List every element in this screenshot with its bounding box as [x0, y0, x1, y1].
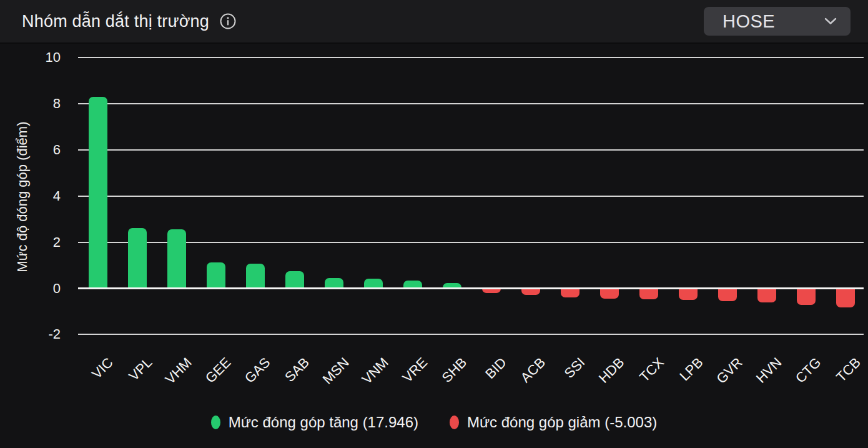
x-tick-label-SAB: SAB	[282, 355, 312, 385]
x-tick-label-LPB: LPB	[677, 355, 706, 384]
y-tick-label: 0	[0, 281, 61, 297]
x-axis-zero-line	[78, 287, 864, 289]
x-tick-label-SSI: SSI	[561, 355, 588, 381]
panel-header: Nhóm dẫn dắt thị trường HOSE	[0, 0, 868, 44]
y-tick-label: -2	[0, 326, 61, 342]
gridline	[78, 57, 864, 58]
gridline	[78, 334, 864, 335]
y-tick-label: 8	[0, 96, 61, 112]
chart-legend: Mức đóng góp tăng (17.946)Mức đóng góp g…	[0, 414, 868, 431]
y-axis-title: Mức độ đóng góp (điểm)	[14, 122, 31, 272]
x-tick-label-TCX: TCX	[636, 355, 666, 385]
bar-SAB[interactable]	[285, 271, 304, 288]
bar-CTG[interactable]	[797, 289, 816, 305]
x-tick-label-CTG: CTG	[793, 355, 824, 386]
x-tick-label-TCB: TCB	[833, 355, 863, 385]
x-tick-label-VIC: VIC	[89, 355, 116, 382]
gridline	[78, 196, 864, 197]
x-tick-label-VHM: VHM	[162, 355, 195, 387]
x-tick-label-HVN: HVN	[754, 355, 785, 386]
x-tick-label-BID: BID	[483, 355, 510, 382]
bar-GVR[interactable]	[718, 289, 737, 301]
legend-dot-icon	[211, 416, 220, 429]
bar-ACB[interactable]	[521, 289, 540, 296]
bar-LPB[interactable]	[679, 289, 698, 300]
bar-VHM[interactable]	[167, 229, 186, 289]
legend-label: Mức đóng góp giảm (-5.003)	[467, 414, 657, 431]
info-icon[interactable]	[219, 12, 237, 30]
bar-GEE[interactable]	[207, 262, 225, 289]
bar-VIC[interactable]	[89, 97, 107, 288]
chevron-down-icon	[824, 17, 837, 25]
legend-item[interactable]: Mức đóng góp giảm (-5.003)	[450, 414, 657, 431]
bar-GAS[interactable]	[246, 264, 265, 289]
gridline	[78, 149, 864, 151]
y-tick-label: 10	[0, 49, 61, 66]
x-tick-label-GAS: GAS	[242, 355, 274, 386]
x-tick-label-GEE: GEE	[203, 355, 234, 386]
x-tick-label-MSN: MSN	[320, 355, 352, 387]
bar-HDB[interactable]	[600, 289, 619, 299]
x-tick-label-VRE: VRE	[400, 355, 431, 386]
x-tick-label-VPL: VPL	[126, 355, 155, 384]
x-tick-label-HDB: HDB	[596, 355, 628, 386]
x-tick-label-GVR: GVR	[714, 355, 746, 387]
gridline	[78, 242, 864, 243]
legend-item[interactable]: Mức đóng góp tăng (17.946)	[211, 414, 418, 431]
contribution-bar-chart: 1086420-2VICVPLVHMGEEGASSABMSNVNMVRESHBB…	[0, 44, 868, 448]
bar-HVN[interactable]	[757, 289, 776, 302]
gridline	[78, 103, 864, 104]
exchange-dropdown-value: HOSE	[723, 11, 775, 32]
x-tick-label-SHB: SHB	[440, 355, 470, 386]
legend-label: Mức đóng góp tăng (17.946)	[229, 414, 418, 431]
x-tick-label-ACB: ACB	[518, 355, 549, 386]
legend-dot-icon	[450, 416, 459, 429]
bar-SSI[interactable]	[561, 289, 579, 297]
x-tick-label-VNM: VNM	[359, 355, 392, 387]
bar-TCX[interactable]	[639, 289, 658, 300]
bar-MSN[interactable]	[325, 278, 343, 289]
exchange-dropdown[interactable]: HOSE	[704, 7, 851, 36]
bar-VPL[interactable]	[128, 228, 147, 289]
bar-TCB[interactable]	[836, 289, 855, 307]
panel-title: Nhóm dẫn dắt thị trường	[22, 12, 209, 31]
